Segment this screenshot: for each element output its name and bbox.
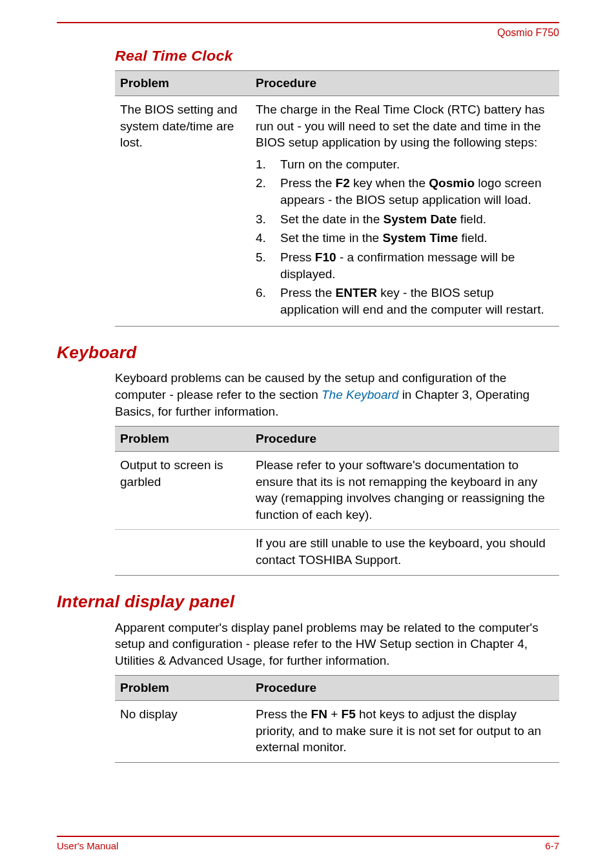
- rtc-intro: The charge in the Real Time Clock (RTC) …: [256, 101, 554, 151]
- rtc-step-3: Set the date in the System Date field.: [256, 210, 554, 229]
- panel-row1-proc: Press the FN + F5 hot keys to adjust the…: [251, 701, 559, 763]
- keyboard-link[interactable]: The Keyboard: [322, 388, 398, 401]
- footer-left: User's Manual: [57, 840, 118, 853]
- rtc-step-6: Press the ENTER key - the BIOS setup app…: [256, 283, 554, 319]
- keyboard-col-procedure: Procedure: [251, 427, 559, 452]
- rtc-step-4: Set the time in the System Time field.: [256, 228, 554, 248]
- page-footer: User's Manual 6-7: [57, 836, 559, 853]
- section-panel-title: Internal display panel: [57, 591, 584, 613]
- section-keyboard-title: Keyboard: [57, 342, 584, 364]
- rtc-col-procedure: Procedure: [251, 71, 559, 96]
- panel-row1-problem: No display: [115, 701, 251, 763]
- panel-intro: Apparent computer's display panel proble…: [115, 620, 559, 669]
- panel-table: Problem Procedure No display Press the F…: [115, 675, 559, 763]
- rtc-col-problem: Problem: [115, 71, 251, 96]
- keyboard-table: Problem Procedure Output to screen is ga…: [115, 426, 559, 575]
- rtc-step-1: Turn on the computer.: [256, 155, 554, 174]
- rtc-procedure: The charge in the Real Time Clock (RTC) …: [251, 96, 559, 326]
- panel-col-procedure: Procedure: [251, 676, 559, 701]
- panel-col-problem: Problem: [115, 676, 251, 701]
- rtc-steps: Turn on the computer. Press the F2 key w…: [256, 155, 554, 319]
- keyboard-row2-proc: If you are still unable to use the keybo…: [251, 530, 559, 575]
- keyboard-col-problem: Problem: [115, 427, 251, 452]
- footer-right: 6-7: [545, 840, 559, 853]
- keyboard-row1-problem: Output to screen is garbled: [115, 451, 251, 530]
- rtc-step-5: Press F10 - a confirmation message will …: [256, 248, 554, 283]
- keyboard-row2-problem: [115, 530, 251, 575]
- keyboard-intro: Keyboard problems can be caused by the s…: [115, 370, 559, 419]
- section-rtc-title: Real Time Clock: [115, 46, 581, 66]
- header-product: Qosmio F750: [57, 26, 559, 40]
- rtc-step-2: Press the F2 key when the Qosmio logo sc…: [256, 174, 554, 209]
- keyboard-row1-proc: Please refer to your software's document…: [251, 451, 559, 530]
- rtc-problem: The BIOS setting and system date/time ar…: [115, 96, 251, 326]
- rtc-table: Problem Procedure The BIOS setting and s…: [115, 70, 559, 326]
- header-rule: [57, 22, 559, 23]
